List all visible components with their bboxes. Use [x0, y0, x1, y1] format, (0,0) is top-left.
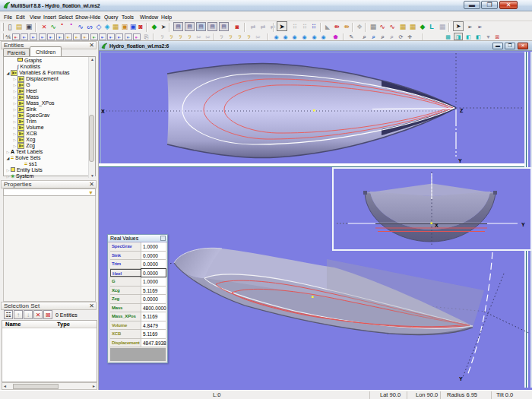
- svg-text:Z: Z: [460, 108, 464, 113]
- svg-text:Y: Y: [459, 376, 463, 382]
- svg-text:Y: Y: [458, 158, 462, 163]
- svg-text:X: X: [101, 109, 105, 114]
